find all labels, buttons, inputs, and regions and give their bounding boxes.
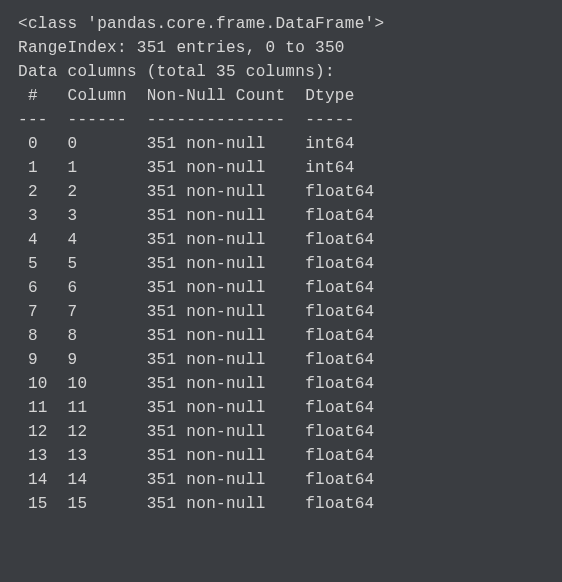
table-row: 9 9 351 non-null float64 — [18, 348, 544, 372]
data-rows-container: 0 0 351 non-null int64 1 1 351 non-null … — [18, 132, 544, 516]
table-row: 15 15 351 non-null float64 — [18, 492, 544, 516]
table-row: 6 6 351 non-null float64 — [18, 276, 544, 300]
table-row: 13 13 351 non-null float64 — [18, 444, 544, 468]
table-row: 14 14 351 non-null float64 — [18, 468, 544, 492]
table-row: 2 2 351 non-null float64 — [18, 180, 544, 204]
table-row: 0 0 351 non-null int64 — [18, 132, 544, 156]
table-row: 10 10 351 non-null float64 — [18, 372, 544, 396]
table-header-line: # Column Non-Null Count Dtype — [18, 84, 544, 108]
table-row: 5 5 351 non-null float64 — [18, 252, 544, 276]
dataframe-class-line: <class 'pandas.core.frame.DataFrame'> — [18, 12, 544, 36]
terminal-output: <class 'pandas.core.frame.DataFrame'> Ra… — [18, 12, 544, 516]
table-row: 4 4 351 non-null float64 — [18, 228, 544, 252]
table-row: 11 11 351 non-null float64 — [18, 396, 544, 420]
table-row: 12 12 351 non-null float64 — [18, 420, 544, 444]
table-separator-line: --- ------ -------------- ----- — [18, 108, 544, 132]
range-index-line: RangeIndex: 351 entries, 0 to 350 — [18, 36, 544, 60]
table-row: 8 8 351 non-null float64 — [18, 324, 544, 348]
table-row: 7 7 351 non-null float64 — [18, 300, 544, 324]
columns-total-line: Data columns (total 35 columns): — [18, 60, 544, 84]
table-row: 1 1 351 non-null int64 — [18, 156, 544, 180]
table-row: 3 3 351 non-null float64 — [18, 204, 544, 228]
